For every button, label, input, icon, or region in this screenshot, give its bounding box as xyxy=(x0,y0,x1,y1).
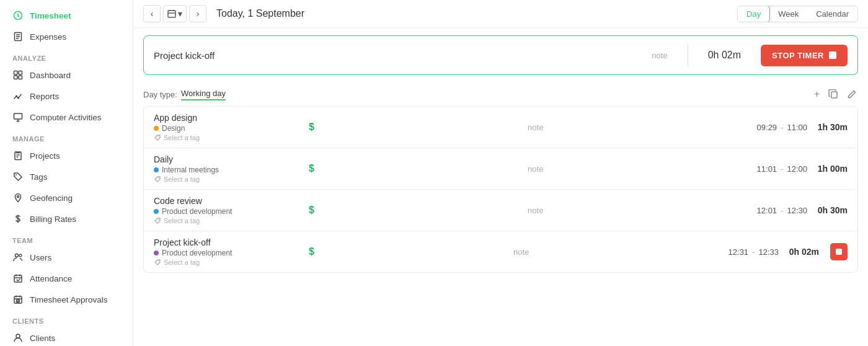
user-group-icon xyxy=(12,332,24,344)
view-week-button[interactable]: Week xyxy=(769,6,807,22)
prev-day-button[interactable]: ‹ xyxy=(143,5,161,22)
chevron-down-icon: ▾ xyxy=(178,9,182,19)
entry-duration: 1h 00m xyxy=(813,164,848,174)
entry-tag[interactable]: Select a tag xyxy=(154,175,290,183)
entry-start-time[interactable]: 11:01 xyxy=(757,164,777,174)
entry-end-time[interactable]: 11:00 xyxy=(787,123,807,132)
svg-rect-18 xyxy=(168,11,175,17)
stop-timer-button[interactable]: STOP TIMER xyxy=(761,45,848,66)
entry-end-time[interactable]: 12:30 xyxy=(787,206,807,215)
sidebar-label-tags: Tags xyxy=(30,172,48,182)
entry-time-dash: - xyxy=(781,206,783,215)
entry-project: Product development xyxy=(154,207,290,216)
grid-icon xyxy=(12,69,24,81)
sidebar-item-attendance[interactable]: Attendance xyxy=(0,268,133,289)
svg-point-7 xyxy=(17,97,19,99)
project-name: Internal meetings xyxy=(162,166,219,174)
tag-label: Select a tag xyxy=(164,175,200,183)
project-dot xyxy=(154,126,159,131)
analyze-section-label: ANALYZE xyxy=(0,47,133,64)
entry-name: App design xyxy=(154,113,290,123)
billable-icon[interactable]: $ xyxy=(309,122,314,133)
top-bar: ‹ ▾ › Today, 1 September Day Week Calend… xyxy=(133,0,868,28)
project-name: Product development xyxy=(162,207,232,216)
billable-icon[interactable]: $ xyxy=(309,205,314,216)
billable-icon[interactable]: $ xyxy=(309,246,314,257)
next-day-button[interactable]: › xyxy=(189,5,206,22)
billable-icon[interactable]: $ xyxy=(309,163,314,174)
sidebar-label-timesheet: Timesheet xyxy=(30,11,71,20)
sidebar-item-reports[interactable]: Reports xyxy=(0,86,133,107)
sidebar-item-clients[interactable]: Clients xyxy=(0,327,133,346)
sidebar-label-dashboard: Dashboard xyxy=(30,71,71,80)
tag-icon xyxy=(154,217,161,224)
view-switcher: Day Week Calendar xyxy=(737,6,858,22)
sidebar-label-billing-rates: Billing Rates xyxy=(30,215,76,224)
svg-point-11 xyxy=(17,196,19,198)
calendar-picker-button[interactable]: ▾ xyxy=(163,5,187,22)
sidebar-item-billing-rates[interactable]: Billing Rates xyxy=(0,208,133,229)
table-row: Code review Product development Select a… xyxy=(144,190,857,231)
sidebar-item-dashboard[interactable]: Dashboard xyxy=(0,64,133,86)
entry-start-time[interactable]: 09:29 xyxy=(757,123,777,132)
svg-point-20 xyxy=(158,136,159,137)
entry-duration: 0h 30m xyxy=(813,205,848,215)
entry-note[interactable]: note xyxy=(321,247,722,257)
tag-label: Select a tag xyxy=(164,259,200,266)
day-type-label: Day type: xyxy=(143,90,177,99)
monitor-icon xyxy=(12,112,24,123)
entry-tag[interactable]: Select a tag xyxy=(154,217,290,224)
clock-icon xyxy=(12,10,24,21)
copy-day-button[interactable] xyxy=(827,87,839,101)
svg-point-10 xyxy=(16,174,17,175)
entry-start-time[interactable]: 12:01 xyxy=(757,206,777,215)
view-day-button[interactable]: Day xyxy=(737,6,770,22)
calendar-check-icon xyxy=(12,273,24,284)
calendar-icon xyxy=(167,9,176,18)
entry-note[interactable]: note xyxy=(321,123,751,132)
add-entry-button[interactable]: + xyxy=(813,87,821,101)
sidebar-label-timesheet-approvals: Timesheet Approvals xyxy=(30,295,108,304)
svg-rect-19 xyxy=(831,92,837,98)
sidebar-item-projects[interactable]: Projects xyxy=(0,145,133,166)
entry-note[interactable]: note xyxy=(321,164,751,174)
project-dot xyxy=(154,209,159,214)
sidebar-label-clients: Clients xyxy=(30,334,55,343)
sidebar: Timesheet Expenses ANALYZE Dashboard xyxy=(0,0,133,346)
main-content: ‹ ▾ › Today, 1 September Day Week Calend… xyxy=(133,0,868,346)
entry-end-time[interactable]: 12:00 xyxy=(787,164,807,174)
project-name: Product development xyxy=(162,249,232,257)
svg-rect-8 xyxy=(14,113,22,119)
sidebar-item-timesheet-approvals[interactable]: Timesheet Approvals xyxy=(0,289,133,310)
svg-point-23 xyxy=(158,260,159,262)
table-row: App design Design Select a tag $ note 09… xyxy=(144,107,857,148)
sidebar-item-computer-activities[interactable]: Computer Activities xyxy=(0,107,133,128)
clipboard-icon xyxy=(12,150,24,161)
entry-tag[interactable]: Select a tag xyxy=(154,134,290,141)
sidebar-label-expenses: Expenses xyxy=(30,32,66,42)
sidebar-item-geofencing[interactable]: Geofencing xyxy=(0,187,133,208)
entry-time-dash: - xyxy=(752,247,755,257)
view-calendar-button[interactable]: Calendar xyxy=(807,6,857,22)
nav-arrows: ‹ ▾ › xyxy=(143,5,206,22)
svg-rect-5 xyxy=(19,76,22,79)
entry-end-time[interactable]: 12:33 xyxy=(758,247,779,257)
timer-note-field[interactable]: note xyxy=(652,51,667,60)
tag-icon xyxy=(154,259,161,266)
svg-rect-3 xyxy=(19,71,22,75)
edit-day-button[interactable] xyxy=(846,87,858,101)
sidebar-item-users[interactable]: Users xyxy=(0,247,133,268)
stop-square-icon xyxy=(836,249,842,255)
sidebar-item-expenses[interactable]: Expenses xyxy=(0,26,133,47)
entry-stop-button[interactable] xyxy=(830,243,848,260)
entry-times: 09:29 - 11:00 xyxy=(757,123,807,132)
stop-timer-label: STOP TIMER xyxy=(772,51,824,60)
entry-start-time[interactable]: 12:31 xyxy=(728,247,749,257)
entry-tag[interactable]: Select a tag xyxy=(154,259,290,266)
tag-icon xyxy=(12,171,24,182)
entry-note[interactable]: note xyxy=(321,206,751,215)
sidebar-item-tags[interactable]: Tags xyxy=(0,166,133,187)
sidebar-item-timesheet[interactable]: Timesheet xyxy=(0,5,133,26)
entry-name: Code review xyxy=(154,196,290,206)
entry-time-dash: - xyxy=(781,123,783,132)
